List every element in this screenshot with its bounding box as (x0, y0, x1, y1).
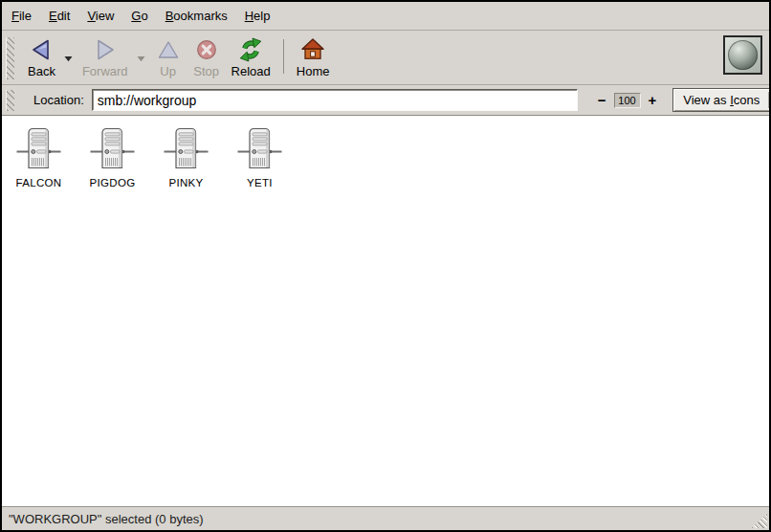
back-icon (29, 36, 54, 62)
file-manager-window: { "menubar": { "items": [ { "label": "Fi… (0, 0, 771, 532)
menubar: FileEditViewGoBookmarksHelp (2, 2, 769, 30)
view-as-dropdown[interactable]: View as Icons (672, 88, 771, 112)
home-icon (300, 36, 325, 62)
menu-file[interactable]: File (3, 4, 40, 28)
icon-view: FALCON PIGDOG PINKY YETI (2, 116, 769, 506)
status-text: "WORKGROUP" selected (0 bytes) (9, 512, 204, 526)
reload-icon (238, 36, 263, 62)
toolbar-grip[interactable] (6, 37, 14, 79)
network-server-icon (90, 126, 135, 174)
statusbar: "WORKGROUP" selected (0 bytes) (2, 506, 769, 530)
toolbar-buttons: BackForwardUpStopReloadHome (22, 35, 335, 79)
server-item-yeti[interactable]: YETI (223, 126, 297, 188)
throbber (723, 35, 762, 75)
forward-button[interactable]: Forward (77, 35, 134, 79)
back-label: Back (28, 64, 55, 78)
menu-view[interactable]: View (78, 4, 122, 28)
network-server-icon (16, 126, 61, 174)
toolbar: BackForwardUpStopReloadHome (2, 30, 769, 84)
server-name: YETI (247, 177, 273, 188)
server-name: FALCON (16, 177, 62, 188)
view-as-label: View as Icons (683, 93, 760, 107)
location-input[interactable] (92, 89, 578, 111)
stop-label: Stop (193, 64, 219, 78)
reload-label: Reload (231, 64, 271, 78)
network-server-icon (237, 126, 282, 174)
server-item-pigdog[interactable]: PIGDOG (76, 126, 149, 188)
toolbar-separator (283, 39, 284, 74)
up-label: Up (160, 64, 176, 78)
locationbar-grip[interactable] (6, 90, 14, 111)
stop-button[interactable]: Stop (187, 35, 226, 79)
location-label: Location: (33, 93, 84, 107)
menu-bookmarks[interactable]: Bookmarks (157, 4, 236, 28)
forward-history-dropdown[interactable] (134, 49, 149, 68)
zoom-controls: − 100 + (595, 93, 660, 108)
resize-grip[interactable] (751, 514, 767, 528)
server-item-falcon[interactable]: FALCON (2, 126, 76, 188)
back-history-dropdown[interactable] (61, 49, 77, 68)
network-server-icon (164, 126, 209, 174)
home-button[interactable]: Home (291, 35, 336, 79)
forward-icon (93, 36, 118, 62)
zoom-in-button[interactable]: + (646, 94, 660, 107)
zoom-out-button[interactable]: − (595, 94, 609, 107)
stop-icon (195, 36, 218, 62)
server-item-pinky[interactable]: PINKY (149, 126, 223, 188)
forward-label: Forward (82, 64, 128, 78)
location-bar: Location: − 100 + View as Icons (2, 84, 769, 116)
server-name: PIGDOG (90, 177, 136, 188)
server-name: PINKY (168, 177, 203, 188)
menu-go[interactable]: Go (122, 4, 156, 28)
menu-help[interactable]: Help (236, 4, 279, 28)
back-button[interactable]: Back (22, 35, 61, 79)
up-icon (157, 36, 180, 62)
menu-edit[interactable]: Edit (40, 4, 78, 28)
reload-button[interactable]: Reload (226, 35, 276, 79)
throbber-orb-icon (728, 40, 758, 70)
up-button[interactable]: Up (149, 35, 187, 79)
home-label: Home (297, 64, 330, 78)
zoom-level: 100 (614, 93, 641, 108)
